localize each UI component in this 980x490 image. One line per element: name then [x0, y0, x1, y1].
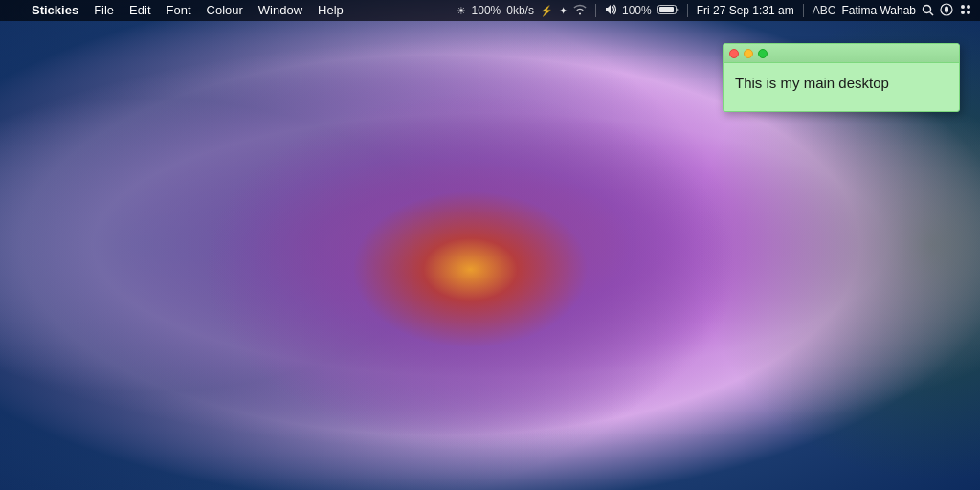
sticky-maximize-button[interactable] [758, 49, 768, 58]
sticky-minimize-button[interactable] [744, 49, 753, 58]
sticky-titlebar [724, 44, 959, 63]
divider2 [687, 4, 688, 17]
menu-font[interactable]: Font [160, 0, 198, 21]
battery-pct: 100% [622, 4, 652, 17]
menubar-left: Stickies File Edit Font Colour Window He… [8, 0, 457, 21]
sticky-content[interactable]: This is my main desktop [724, 63, 959, 111]
brightness-icon: ☀ [457, 5, 466, 17]
sticky-note: This is my main desktop [723, 43, 960, 112]
menu-window[interactable]: Window [252, 0, 309, 21]
power-icon: ⚡ [540, 5, 553, 17]
notification-icon[interactable] [940, 3, 953, 18]
desktop: Stickies File Edit Font Colour Window He… [0, 0, 980, 490]
app-name[interactable]: Stickies [25, 0, 85, 21]
svg-point-6 [967, 5, 970, 9]
volume-icon[interactable] [605, 4, 616, 17]
ime-indicator[interactable]: ABC [813, 4, 836, 17]
control-center-icon[interactable] [959, 3, 972, 18]
menubar-right: ☀ 100% 0kb/s ⚡ ✦ 100% [457, 3, 972, 18]
battery-icon [657, 4, 679, 17]
menu-colour[interactable]: Colour [200, 0, 250, 21]
user-name[interactable]: Fatima Wahab [841, 4, 916, 17]
bluetooth-icon[interactable]: ✦ [559, 5, 568, 17]
datetime: Fri 27 Sep 1:31 am [697, 4, 794, 17]
menu-help[interactable]: Help [311, 0, 350, 21]
divider [595, 4, 596, 17]
sticky-close-button[interactable] [729, 49, 739, 58]
menu-file[interactable]: File [87, 0, 121, 21]
menubar: Stickies File Edit Font Colour Window He… [0, 0, 980, 21]
svg-line-3 [930, 11, 934, 15]
svg-point-2 [924, 5, 931, 12]
network-speed: 0kb/s [506, 4, 534, 17]
svg-point-7 [961, 11, 965, 14]
svg-point-8 [967, 11, 970, 14]
brightness-value: 100% [472, 4, 501, 17]
svg-point-5 [961, 5, 965, 9]
wifi-icon[interactable] [573, 4, 587, 17]
svg-rect-1 [659, 7, 674, 12]
divider3 [803, 4, 804, 17]
search-icon[interactable] [922, 4, 934, 18]
menu-edit[interactable]: Edit [122, 0, 157, 21]
